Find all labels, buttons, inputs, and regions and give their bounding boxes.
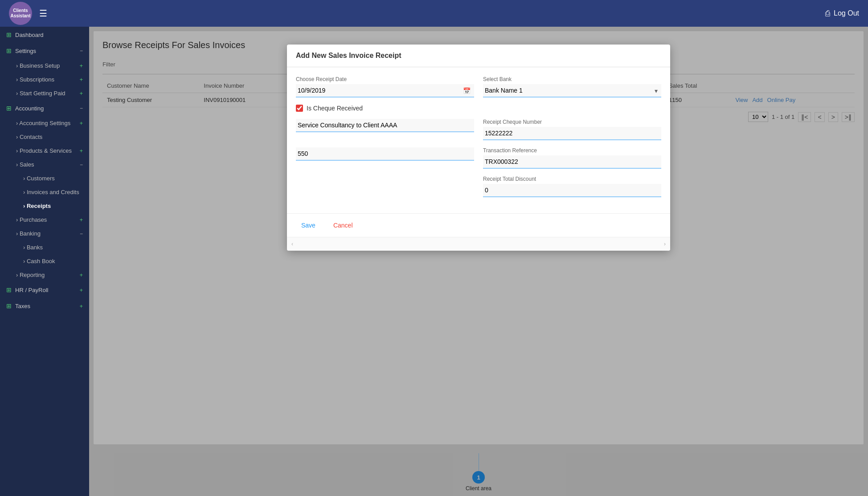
sidebar-item-taxes[interactable]: ⊞ Taxes + — [0, 298, 89, 314]
modal-col-transaction-ref: Transaction Reference — [483, 147, 661, 169]
sidebar-item-settings[interactable]: ⊞ Settings − — [0, 43, 89, 59]
plus-icon-reporting: + — [79, 272, 83, 278]
sidebar-item-banking[interactable]: › Banking − — [0, 227, 89, 240]
sidebar-item-banks[interactable]: › Banks — [0, 240, 89, 254]
modal-title: Add New Sales Invoice Receipt — [287, 45, 670, 67]
save-button[interactable]: Save — [296, 219, 321, 232]
sidebar-item-purchases[interactable]: › Purchases + — [0, 213, 89, 227]
plus-icon-purchases: + — [79, 216, 83, 223]
plus-icon-business: + — [79, 62, 83, 69]
sidebar-item-products-services[interactable]: › Products & Services + — [0, 144, 89, 158]
minus-icon-settings: − — [80, 48, 83, 54]
header-left: Clients Assistant ☰ — [9, 2, 47, 25]
grid-icon-taxes: ⊞ — [6, 302, 12, 309]
modal-col-amount — [296, 147, 474, 169]
minus-icon-accounting: − — [80, 105, 83, 111]
sidebar-item-start-getting-paid[interactable]: › Start Getting Paid + — [0, 86, 89, 100]
scroll-left-icon[interactable]: ‹ — [291, 241, 293, 247]
receipt-date-input[interactable] — [296, 84, 474, 98]
logo-text: Clients Assistant — [10, 8, 30, 19]
plus-icon-taxes: + — [79, 303, 83, 309]
top-header: Clients Assistant ☰ ⎙ Log Out — [0, 0, 868, 27]
description-input[interactable] — [296, 119, 474, 132]
modal-row-1: Choose Receipt Date 📅 Select Bank Bank N… — [296, 76, 661, 98]
transaction-ref-input[interactable] — [483, 155, 661, 169]
sidebar: ⊞ Dashboard ⊞ Settings − › Business Setu… — [0, 27, 89, 496]
modal-row-4: Receipt Total Discount — [296, 176, 661, 197]
modal: Add New Sales Invoice Receipt Choose Rec… — [287, 45, 670, 251]
main-layout: ⊞ Dashboard ⊞ Settings − › Business Setu… — [0, 27, 868, 496]
content-area: Browse Receipts For Sales Invoices Filte… — [89, 27, 868, 496]
plus-icon-acc-settings: + — [79, 120, 83, 126]
receipt-cheque-input[interactable] — [483, 127, 661, 140]
modal-footer: Save Cancel — [287, 213, 670, 237]
is-cheque-checkbox[interactable] — [296, 105, 303, 112]
grid-icon-accounting: ⊞ — [6, 105, 12, 112]
cheque-row: Is Cheque Received — [296, 105, 661, 112]
modal-col-cheque: Receipt Cheque Number — [483, 119, 661, 140]
sidebar-item-business-setup[interactable]: › Business Setup + — [0, 59, 89, 73]
grid-icon: ⊞ — [6, 31, 12, 38]
transaction-ref-label: Transaction Reference — [483, 147, 661, 154]
sidebar-label-taxes: Taxes — [15, 303, 30, 309]
sidebar-item-customers[interactable]: › Customers — [0, 171, 89, 185]
grid-icon-hr: ⊞ — [6, 286, 12, 293]
sidebar-label-settings: Settings — [15, 48, 36, 54]
plus-icon-products: + — [79, 147, 83, 154]
plus-icon-sgp: + — [79, 90, 83, 97]
sidebar-label-hr: HR / PayRoll — [15, 287, 48, 293]
modal-col-date: Choose Receipt Date 📅 — [296, 76, 474, 98]
sidebar-item-receipts[interactable]: › Receipts — [0, 199, 89, 213]
sidebar-item-sales[interactable]: › Sales − — [0, 158, 89, 171]
amount-input[interactable] — [296, 147, 474, 161]
plus-icon-subs: + — [79, 76, 83, 83]
sidebar-item-cash-book[interactable]: › Cash Book — [0, 254, 89, 268]
hamburger-icon[interactable]: ☰ — [39, 8, 47, 19]
logout-button[interactable]: ⎙ Log Out — [825, 9, 859, 18]
sidebar-item-accounting[interactable]: ⊞ Accounting − — [0, 100, 89, 116]
plus-icon-hr: + — [79, 287, 83, 293]
sidebar-item-reporting[interactable]: › Reporting + — [0, 268, 89, 282]
modal-nav: ‹ › — [287, 237, 670, 251]
logout-icon: ⎙ — [825, 9, 830, 18]
bank-select[interactable]: Bank Name 1 — [483, 84, 661, 98]
modal-overlay: Add New Sales Invoice Receipt Choose Rec… — [89, 27, 868, 496]
cancel-button[interactable]: Cancel — [328, 219, 358, 232]
receipt-date-label: Choose Receipt Date — [296, 76, 474, 82]
minus-icon-banking: − — [80, 231, 83, 237]
select-bank-label: Select Bank — [483, 76, 661, 82]
grid-icon-settings: ⊞ — [6, 47, 12, 54]
sidebar-label-accounting: Accounting — [15, 105, 44, 112]
logo: Clients Assistant — [9, 2, 32, 25]
total-discount-label: Receipt Total Discount — [483, 176, 661, 182]
modal-col-description — [296, 119, 474, 140]
sidebar-item-invoices-credits[interactable]: › Invoices and Credits — [0, 185, 89, 199]
modal-body: Choose Receipt Date 📅 Select Bank Bank N… — [287, 67, 670, 213]
receipt-cheque-label: Receipt Cheque Number — [483, 119, 661, 125]
sidebar-item-contacts[interactable]: › Contacts — [0, 130, 89, 144]
logout-label: Log Out — [834, 9, 859, 17]
scroll-right-icon[interactable]: › — [664, 241, 666, 247]
calendar-icon[interactable]: 📅 — [463, 87, 471, 94]
modal-col-discount: Receipt Total Discount — [483, 176, 661, 197]
modal-row-3: Transaction Reference — [296, 147, 661, 169]
sidebar-item-subscriptions[interactable]: › Subscriptions + — [0, 73, 89, 86]
is-cheque-label: Is Cheque Received — [307, 105, 363, 112]
sidebar-item-hr-payroll[interactable]: ⊞ HR / PayRoll + — [0, 282, 89, 298]
sidebar-item-accounting-settings[interactable]: › Accounting Settings + — [0, 116, 89, 130]
modal-col-bank: Select Bank Bank Name 1 — [483, 76, 661, 98]
modal-row-2: Receipt Cheque Number — [296, 119, 661, 140]
sidebar-item-dashboard[interactable]: ⊞ Dashboard — [0, 27, 89, 43]
modal-col-empty — [296, 176, 474, 197]
total-discount-input[interactable] — [483, 184, 661, 197]
sidebar-label-dashboard: Dashboard — [15, 32, 44, 38]
minus-icon-sales: − — [80, 162, 83, 168]
